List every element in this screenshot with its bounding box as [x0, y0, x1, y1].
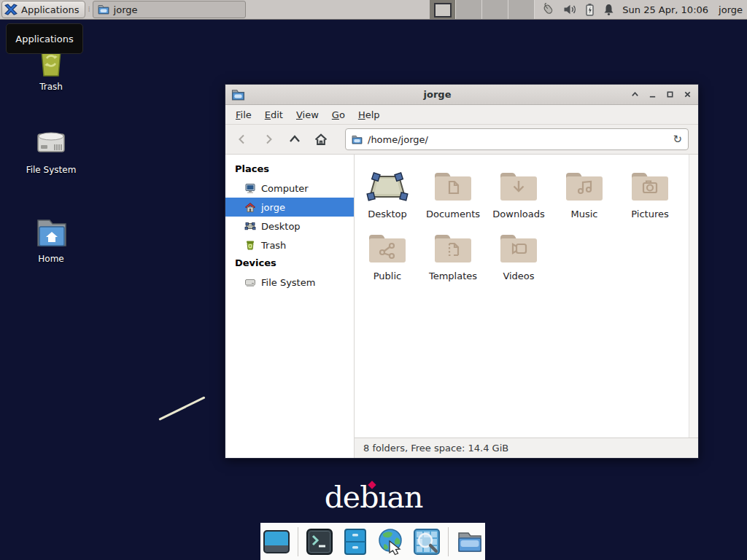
file-item-label: Public	[374, 271, 401, 281]
workspace-switcher	[430, 0, 535, 19]
trash-icon	[244, 239, 256, 251]
web-browser-icon	[377, 528, 405, 556]
volume-icon[interactable]	[563, 4, 577, 15]
workspace-4[interactable]	[508, 0, 535, 19]
back-button[interactable]	[231, 129, 253, 149]
file-manager-launcher[interactable]	[341, 527, 370, 556]
sidebar-item-label: jorge	[261, 202, 285, 213]
sidebar-item-desktop[interactable]: Desktop	[225, 217, 354, 236]
menu-go[interactable]: Go	[325, 109, 352, 120]
notification-bell-icon[interactable]	[603, 3, 615, 16]
file-item-label: Templates	[429, 271, 477, 281]
reload-icon[interactable]: ↻	[673, 134, 682, 145]
app-finder-launcher[interactable]	[412, 527, 441, 556]
drive-icon	[244, 276, 256, 288]
dock-separator	[448, 527, 449, 556]
videos-folder-icon	[498, 232, 539, 265]
vertical-scrollbar[interactable]	[689, 155, 698, 438]
panel-grip[interactable]: ⁞	[88, 7, 90, 12]
sidebar-item-computer[interactable]: Computer	[225, 179, 354, 198]
menu-edit[interactable]: Edit	[258, 109, 290, 120]
desktop-icon-file-system[interactable]: File System	[6, 125, 96, 175]
taskbar-window-button[interactable]: jorge	[93, 1, 246, 18]
file-item-downloads[interactable]: Downloads	[486, 166, 551, 219]
computer-icon	[244, 182, 256, 194]
home-icon	[244, 201, 256, 213]
sidebar-item-label: Computer	[261, 183, 309, 194]
sidebar-item-trash[interactable]: Trash	[225, 236, 354, 254]
debian-logo: debıan	[0, 480, 747, 515]
show-desktop-launcher[interactable]	[262, 527, 291, 556]
sidebar-item-file-system[interactable]: File System	[225, 273, 354, 292]
desktop-icon	[244, 220, 256, 232]
documents-folder-icon	[433, 170, 473, 203]
file-item-music[interactable]: Music	[551, 166, 617, 219]
sidebar-item-jorge[interactable]: jorge	[225, 198, 354, 217]
open-folder-icon	[456, 528, 484, 556]
file-item-documents[interactable]: Documents	[420, 166, 486, 219]
window-titlebar[interactable]: jorge	[225, 85, 698, 105]
file-item-pictures[interactable]: Pictures	[617, 166, 683, 219]
file-item-label: Documents	[426, 209, 480, 219]
desktop-icon-home[interactable]: Home	[6, 214, 96, 264]
file-item-label: Pictures	[631, 209, 668, 219]
sidebar-item-label: Trash	[261, 240, 286, 251]
sidebar-header-places: Places	[225, 160, 354, 179]
window-title: jorge	[245, 89, 630, 100]
mouse-icon[interactable]	[541, 3, 555, 16]
path-bar[interactable]: /home/jorge/ ↻	[345, 128, 689, 150]
window-folder-icon	[231, 89, 245, 101]
file-item-templates[interactable]: Templates	[420, 228, 486, 281]
xfce-x-icon	[4, 3, 18, 16]
workspace-3[interactable]	[482, 0, 508, 19]
files-area: Desktop Documents	[355, 155, 698, 438]
toolbar: /home/jorge/ ↻	[225, 125, 698, 155]
sidebar: Places Computer	[225, 155, 355, 458]
dock-separator	[298, 527, 298, 556]
applications-menu-label: Applications	[21, 4, 79, 15]
path-input[interactable]: /home/jorge/	[368, 134, 667, 145]
terminal-icon	[306, 528, 333, 556]
status-bar: 8 folders, Free space: 14.4 GiB	[355, 438, 698, 458]
maximize-button[interactable]	[665, 90, 675, 100]
web-browser-launcher[interactable]	[376, 527, 406, 556]
file-item-label: Music	[571, 209, 598, 219]
file-item-label: Desktop	[368, 209, 407, 219]
workspace-1[interactable]	[430, 0, 456, 19]
home-button[interactable]	[310, 129, 332, 149]
applications-menu-button[interactable]: Applications	[1, 1, 85, 18]
clock[interactable]: Sun 25 Apr, 10:06	[622, 4, 708, 15]
folder-launcher[interactable]	[455, 527, 484, 556]
stray-line	[158, 396, 205, 420]
menu-view[interactable]: View	[290, 109, 325, 120]
path-folder-icon	[352, 135, 363, 144]
file-item-label: Downloads	[492, 209, 544, 219]
workspace-2[interactable]	[456, 0, 482, 19]
menu-help[interactable]: Help	[352, 109, 387, 120]
desktop: Trash File System Home	[0, 0, 747, 560]
battery-charging-icon[interactable]	[585, 3, 595, 16]
terminal-launcher[interactable]	[305, 527, 334, 556]
applications-tooltip: Applications	[6, 23, 83, 54]
forward-button[interactable]	[258, 129, 279, 149]
taskbar-window-label: jorge	[114, 4, 138, 15]
close-button[interactable]	[682, 90, 692, 100]
file-item-videos[interactable]: Videos	[486, 228, 551, 281]
sidebar-header-devices: Devices	[225, 254, 354, 273]
desktop-pad-icon	[366, 170, 409, 203]
file-item-desktop[interactable]: Desktop	[355, 166, 420, 219]
file-cabinet-icon	[341, 528, 369, 556]
dock	[260, 523, 485, 560]
show-desktop-icon	[263, 528, 290, 556]
home-folder-icon	[32, 214, 70, 249]
up-button[interactable]	[284, 129, 306, 149]
username-button[interactable]: jorge	[719, 4, 743, 15]
music-folder-icon	[564, 170, 605, 203]
sidebar-item-label: Desktop	[261, 221, 301, 232]
minimize-button[interactable]	[647, 90, 657, 100]
menu-file[interactable]: File	[229, 109, 258, 120]
shade-button[interactable]	[630, 90, 640, 100]
taskbar-folder-icon	[98, 4, 109, 15]
file-item-public[interactable]: Public	[355, 228, 420, 281]
pictures-folder-icon	[630, 170, 670, 203]
